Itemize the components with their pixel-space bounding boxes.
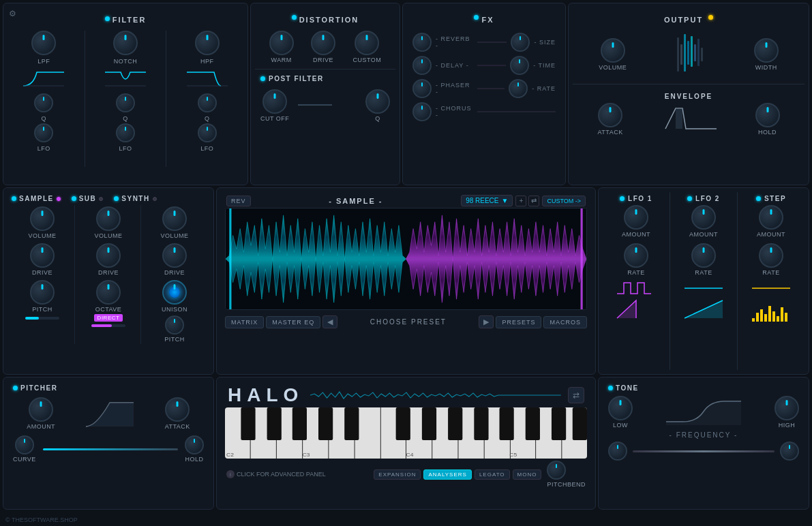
fx-chorus-row: - CHORUS -: [412, 100, 556, 123]
notch-knob[interactable]: [113, 31, 138, 55]
sample-vol-knob[interactable]: [30, 206, 55, 231]
sample-center-title: - SAMPLE -: [329, 197, 382, 205]
cutoff-knob[interactable]: [262, 89, 287, 114]
analysers-btn[interactable]: ANALYSERS: [423, 469, 471, 480]
freq-knob-2[interactable]: [780, 442, 799, 461]
tone-led[interactable]: [608, 386, 613, 390]
sample-slider[interactable]: [25, 317, 59, 320]
pitcher-hold-knob[interactable]: [185, 435, 204, 454]
fx-led[interactable]: [474, 15, 479, 20]
master-eq-btn[interactable]: MASTER EQ: [266, 316, 320, 328]
pitchbend-knob[interactable]: [547, 461, 566, 480]
lfo2-amount-knob[interactable]: [691, 205, 716, 230]
tone-high-knob[interactable]: [775, 396, 799, 420]
pitcher-curve-knob[interactable]: [15, 435, 34, 454]
tone-low-group: LOW: [608, 396, 633, 429]
synth-dot[interactable]: [153, 197, 157, 201]
step-rate-knob[interactable]: [759, 243, 783, 268]
sub-dot[interactable]: [99, 197, 103, 201]
lpf-q-knob[interactable]: [34, 93, 53, 112]
synth-pitch-knob[interactable]: [165, 315, 184, 335]
notch-lfo-knob[interactable]: [116, 123, 135, 142]
gear-icon[interactable]: ⚙: [9, 9, 16, 18]
sub-led[interactable]: [72, 196, 76, 201]
distortion-panel: DISTORTION WARM DRIVE CUSTOM PO: [250, 3, 400, 185]
notch-q-knob[interactable]: [116, 93, 135, 112]
width-knob[interactable]: [754, 38, 779, 63]
step-led[interactable]: [756, 196, 761, 201]
tone-low-knob[interactable]: [608, 396, 633, 420]
lfo2-led[interactable]: [687, 196, 692, 201]
lfo1-rate-knob[interactable]: [624, 243, 648, 268]
next-preset-btn[interactable]: ▶: [479, 315, 494, 328]
hpf-lfo-knob[interactable]: [198, 123, 217, 142]
warm-knob[interactable]: [269, 31, 294, 55]
delay-time-knob[interactable]: [510, 56, 529, 75]
lpf-knob[interactable]: [31, 31, 56, 55]
post-q-knob[interactable]: [365, 89, 390, 114]
attack-knob[interactable]: [598, 103, 622, 127]
sub-octave-knob[interactable]: [96, 280, 121, 305]
lfo2-rate-knob[interactable]: [691, 243, 716, 268]
tone-curve-viz: [638, 398, 769, 427]
piano-keyboard[interactable]: C2 C3 C4 C5: [225, 407, 587, 459]
pitcher-led[interactable]: [13, 386, 18, 390]
sub-slider[interactable]: [91, 324, 125, 327]
volume-knob-group: VOLUME: [599, 38, 627, 71]
filter-led[interactable]: [105, 16, 110, 21]
filter-panel: ⚙ FILTER LPF Q: [3, 3, 248, 185]
synth-vol-knob[interactable]: [162, 206, 187, 231]
phaser-toggle[interactable]: [412, 79, 432, 98]
synth-drive-knob[interactable]: [162, 243, 187, 268]
output-sparkle: [674, 31, 708, 78]
step-amount-knob[interactable]: [759, 205, 783, 230]
freq-knob-1[interactable]: [608, 442, 627, 461]
delay-toggle[interactable]: [412, 56, 432, 75]
macros-btn[interactable]: MACROS: [543, 316, 587, 328]
shuffle-keyboard-icon[interactable]: ⇄: [568, 387, 584, 403]
sub-drive-knob[interactable]: [96, 243, 121, 268]
dist-led[interactable]: [292, 15, 297, 20]
sample-drive-knob[interactable]: [30, 243, 55, 268]
pitcher-attack-knob[interactable]: [165, 397, 190, 422]
phaser-rate-knob[interactable]: [509, 79, 528, 98]
chorus-toggle[interactable]: [412, 102, 432, 121]
reverb-line: [477, 42, 507, 43]
lfo1-amount-knob[interactable]: [624, 205, 648, 230]
sample-src-led[interactable]: [12, 196, 16, 201]
sample-selector[interactable]: 98 REECE ▼: [461, 195, 513, 206]
hpf-knob[interactable]: [195, 31, 220, 55]
sub-vol-knob[interactable]: [96, 206, 121, 231]
svg-rect-50: [422, 407, 436, 440]
unison-knob[interactable]: [162, 280, 187, 305]
matrix-btn[interactable]: MATRIX: [225, 316, 264, 328]
plus-icon[interactable]: +: [515, 196, 526, 206]
presets-btn[interactable]: PRESETS: [496, 316, 541, 328]
main-wrapper: ⚙ FILTER LPF Q: [0, 0, 812, 526]
synth-led[interactable]: [114, 196, 119, 201]
lfo1-led[interactable]: [620, 196, 625, 201]
volume-knob[interactable]: [601, 38, 625, 63]
custom-btn[interactable]: CUSTOM ->: [542, 196, 586, 206]
hold-knob[interactable]: [755, 103, 780, 127]
output-led[interactable]: [708, 15, 713, 20]
advanced-panel-btn[interactable]: i CLICK FOR ADVANCED PANEL: [226, 470, 326, 478]
hpf-q-knob[interactable]: [198, 93, 217, 112]
expansion-btn[interactable]: EXPANSION: [374, 469, 421, 480]
rev-button[interactable]: REV: [226, 196, 251, 206]
lpf-lfo-knob[interactable]: [34, 123, 53, 142]
sample-pitch-knob[interactable]: [30, 280, 55, 305]
dist-drive-knob[interactable]: [311, 31, 335, 55]
post-filter-led[interactable]: [260, 76, 265, 81]
reverb-size-knob[interactable]: [511, 33, 530, 52]
delay-time-label: - TIME: [533, 62, 556, 69]
shuffle-icon[interactable]: ⇄: [528, 196, 539, 206]
pitcher-amount-knob[interactable]: [29, 397, 53, 422]
phaser-line: [477, 88, 505, 89]
legato-btn[interactable]: LEGATO: [475, 469, 510, 480]
prev-preset-btn[interactable]: ◀: [322, 315, 337, 328]
mono-btn[interactable]: MONO: [513, 469, 542, 480]
sample-dot[interactable]: [57, 197, 61, 201]
reverb-toggle[interactable]: [412, 33, 432, 52]
custom-knob[interactable]: [355, 31, 379, 55]
